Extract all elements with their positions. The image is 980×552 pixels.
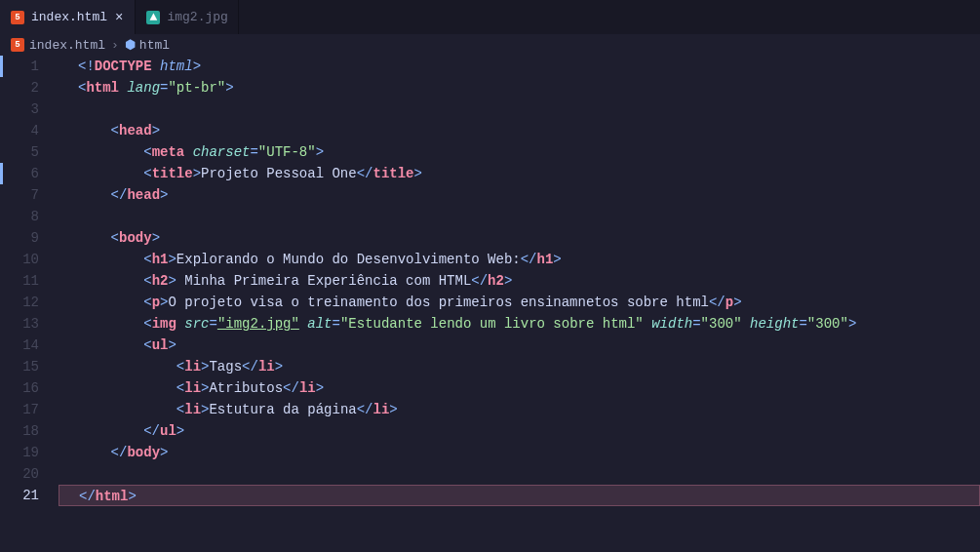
line-number: 7 [0, 184, 39, 206]
code-line[interactable]: <li>Atributos</li> [59, 377, 980, 399]
line-number: 1 [0, 56, 39, 77]
tab-index-html[interactable]: 5 index.html × [0, 0, 136, 34]
code-line[interactable]: <meta charset="UTF-8"> [59, 141, 980, 163]
code-line[interactable]: <!DOCTYPE html> [59, 56, 980, 77]
line-number: 3 [0, 99, 39, 120]
line-number: 12 [0, 292, 39, 313]
code-area[interactable]: <!DOCTYPE html><html lang="pt-br"> <head… [59, 56, 980, 506]
cube-icon: ⬢ [125, 37, 136, 53]
line-number: 15 [0, 356, 39, 377]
line-number: 21 [0, 485, 39, 506]
code-line[interactable]: <p>O projeto visa o treinamento dos prim… [59, 292, 980, 313]
code-line[interactable]: <title>Projeto Pessoal One</title> [59, 163, 980, 184]
line-number: 8 [0, 206, 39, 227]
line-number: 20 [0, 463, 39, 485]
line-number: 6 [0, 163, 39, 184]
line-gutter: 123456789101112131415161718192021 [0, 56, 59, 506]
line-number: 4 [0, 120, 39, 141]
code-line[interactable]: <body> [59, 227, 980, 249]
line-number: 14 [0, 335, 39, 356]
gutter-marker [0, 163, 3, 184]
code-line[interactable]: <h1>Explorando o Mundo do Desenvolviment… [59, 249, 980, 270]
code-line[interactable]: <head> [59, 120, 980, 141]
breadcrumb: 5 index.html › ⬢ html [0, 34, 980, 56]
line-number: 9 [0, 227, 39, 249]
line-number: 17 [0, 399, 39, 420]
tab-img2-jpg[interactable]: ▲ img2.jpg [136, 0, 238, 34]
breadcrumb-element[interactable]: ⬢ html [125, 37, 170, 53]
code-line[interactable]: <html lang="pt-br"> [59, 77, 980, 99]
tab-label: img2.jpg [167, 10, 227, 24]
chevron-right-icon: › [111, 38, 119, 53]
code-editor[interactable]: 123456789101112131415161718192021 <!DOCT… [0, 56, 980, 506]
code-line[interactable] [59, 99, 980, 120]
code-line[interactable]: <li>Estutura da página</li> [59, 399, 980, 420]
code-line[interactable] [59, 206, 980, 227]
gutter-marker [0, 56, 3, 77]
code-line[interactable]: <ul> [59, 335, 980, 356]
html5-icon: 5 [10, 10, 25, 25]
code-line[interactable]: <li>Tags</li> [59, 356, 980, 377]
code-line[interactable]: </html> [59, 485, 980, 506]
code-line[interactable]: </ul> [59, 420, 980, 442]
line-number: 18 [0, 420, 39, 442]
close-icon[interactable]: × [113, 10, 125, 25]
tab-label: index.html [31, 10, 107, 24]
line-number: 5 [0, 141, 39, 163]
code-line[interactable]: </body> [59, 442, 980, 463]
code-line[interactable]: <h2> Minha Primeira Experiência com HTML… [59, 270, 980, 292]
line-number: 11 [0, 270, 39, 292]
line-number: 2 [0, 77, 39, 99]
line-number: 19 [0, 442, 39, 463]
tabs-bar: 5 index.html × ▲ img2.jpg [0, 0, 980, 34]
breadcrumb-file[interactable]: 5 index.html [10, 37, 105, 53]
html5-icon: 5 [10, 37, 25, 53]
code-line[interactable]: </head> [59, 184, 980, 206]
line-number: 13 [0, 313, 39, 335]
line-number: 16 [0, 377, 39, 399]
code-line[interactable]: <img src="img2.jpg" alt="Estudante lendo… [59, 313, 980, 335]
code-line[interactable] [59, 463, 980, 485]
line-number: 10 [0, 249, 39, 270]
image-icon: ▲ [145, 10, 161, 25]
